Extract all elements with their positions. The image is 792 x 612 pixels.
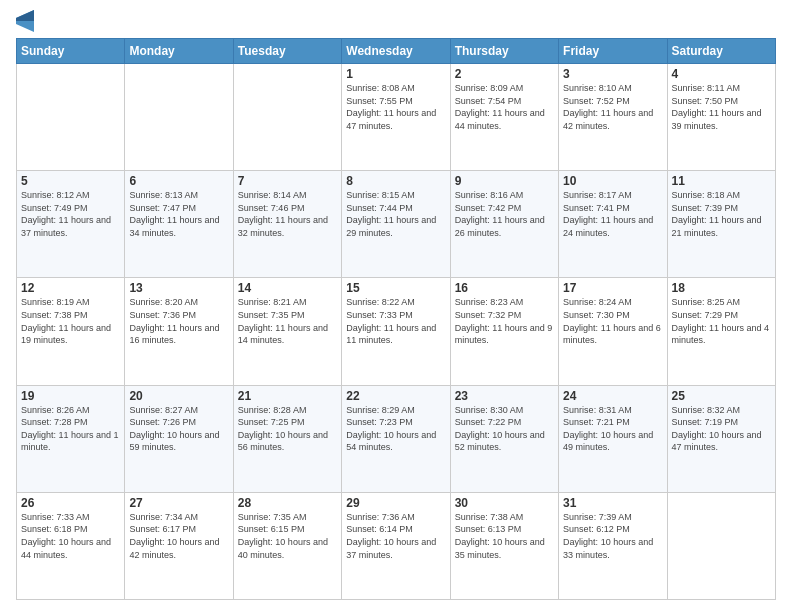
day-info: Sunrise: 7:35 AM Sunset: 6:15 PM Dayligh…: [238, 511, 337, 561]
svg-marker-1: [16, 10, 34, 21]
day-number: 30: [455, 496, 554, 510]
week-row-5: 26Sunrise: 7:33 AM Sunset: 6:18 PM Dayli…: [17, 492, 776, 599]
day-number: 17: [563, 281, 662, 295]
weekday-header-tuesday: Tuesday: [233, 39, 341, 64]
day-info: Sunrise: 8:18 AM Sunset: 7:39 PM Dayligh…: [672, 189, 771, 239]
weekday-header-saturday: Saturday: [667, 39, 775, 64]
calendar-cell: 4Sunrise: 8:11 AM Sunset: 7:50 PM Daylig…: [667, 64, 775, 171]
day-info: Sunrise: 7:33 AM Sunset: 6:18 PM Dayligh…: [21, 511, 120, 561]
day-number: 24: [563, 389, 662, 403]
week-row-4: 19Sunrise: 8:26 AM Sunset: 7:28 PM Dayli…: [17, 385, 776, 492]
day-info: Sunrise: 8:30 AM Sunset: 7:22 PM Dayligh…: [455, 404, 554, 454]
day-number: 5: [21, 174, 120, 188]
calendar-cell: [125, 64, 233, 171]
day-number: 11: [672, 174, 771, 188]
day-info: Sunrise: 8:32 AM Sunset: 7:19 PM Dayligh…: [672, 404, 771, 454]
calendar-cell: 26Sunrise: 7:33 AM Sunset: 6:18 PM Dayli…: [17, 492, 125, 599]
weekday-header-wednesday: Wednesday: [342, 39, 450, 64]
calendar-cell: 12Sunrise: 8:19 AM Sunset: 7:38 PM Dayli…: [17, 278, 125, 385]
day-number: 28: [238, 496, 337, 510]
calendar-cell: 23Sunrise: 8:30 AM Sunset: 7:22 PM Dayli…: [450, 385, 558, 492]
day-number: 1: [346, 67, 445, 81]
weekday-header-thursday: Thursday: [450, 39, 558, 64]
day-number: 2: [455, 67, 554, 81]
calendar-cell: 21Sunrise: 8:28 AM Sunset: 7:25 PM Dayli…: [233, 385, 341, 492]
day-number: 4: [672, 67, 771, 81]
weekday-header-friday: Friday: [559, 39, 667, 64]
day-number: 9: [455, 174, 554, 188]
day-number: 3: [563, 67, 662, 81]
header: [16, 12, 776, 32]
day-number: 18: [672, 281, 771, 295]
day-number: 31: [563, 496, 662, 510]
logo-icon: [16, 10, 34, 32]
day-number: 22: [346, 389, 445, 403]
day-number: 10: [563, 174, 662, 188]
day-info: Sunrise: 8:27 AM Sunset: 7:26 PM Dayligh…: [129, 404, 228, 454]
day-info: Sunrise: 8:23 AM Sunset: 7:32 PM Dayligh…: [455, 296, 554, 346]
logo: [16, 12, 38, 32]
calendar-cell: [17, 64, 125, 171]
day-info: Sunrise: 8:31 AM Sunset: 7:21 PM Dayligh…: [563, 404, 662, 454]
calendar-cell: 22Sunrise: 8:29 AM Sunset: 7:23 PM Dayli…: [342, 385, 450, 492]
page: SundayMondayTuesdayWednesdayThursdayFrid…: [0, 0, 792, 612]
day-number: 16: [455, 281, 554, 295]
calendar-cell: [233, 64, 341, 171]
calendar-cell: 2Sunrise: 8:09 AM Sunset: 7:54 PM Daylig…: [450, 64, 558, 171]
day-number: 27: [129, 496, 228, 510]
calendar-cell: [667, 492, 775, 599]
day-info: Sunrise: 8:17 AM Sunset: 7:41 PM Dayligh…: [563, 189, 662, 239]
day-number: 12: [21, 281, 120, 295]
calendar-cell: 20Sunrise: 8:27 AM Sunset: 7:26 PM Dayli…: [125, 385, 233, 492]
week-row-3: 12Sunrise: 8:19 AM Sunset: 7:38 PM Dayli…: [17, 278, 776, 385]
calendar-cell: 13Sunrise: 8:20 AM Sunset: 7:36 PM Dayli…: [125, 278, 233, 385]
weekday-header-sunday: Sunday: [17, 39, 125, 64]
day-number: 6: [129, 174, 228, 188]
calendar-cell: 25Sunrise: 8:32 AM Sunset: 7:19 PM Dayli…: [667, 385, 775, 492]
weekday-header-monday: Monday: [125, 39, 233, 64]
day-number: 29: [346, 496, 445, 510]
day-info: Sunrise: 8:21 AM Sunset: 7:35 PM Dayligh…: [238, 296, 337, 346]
calendar-cell: 9Sunrise: 8:16 AM Sunset: 7:42 PM Daylig…: [450, 171, 558, 278]
calendar-cell: 7Sunrise: 8:14 AM Sunset: 7:46 PM Daylig…: [233, 171, 341, 278]
day-info: Sunrise: 8:15 AM Sunset: 7:44 PM Dayligh…: [346, 189, 445, 239]
day-number: 13: [129, 281, 228, 295]
day-info: Sunrise: 7:36 AM Sunset: 6:14 PM Dayligh…: [346, 511, 445, 561]
day-info: Sunrise: 8:20 AM Sunset: 7:36 PM Dayligh…: [129, 296, 228, 346]
day-number: 25: [672, 389, 771, 403]
day-number: 14: [238, 281, 337, 295]
calendar-cell: 24Sunrise: 8:31 AM Sunset: 7:21 PM Dayli…: [559, 385, 667, 492]
calendar-cell: 28Sunrise: 7:35 AM Sunset: 6:15 PM Dayli…: [233, 492, 341, 599]
calendar-cell: 16Sunrise: 8:23 AM Sunset: 7:32 PM Dayli…: [450, 278, 558, 385]
day-number: 23: [455, 389, 554, 403]
calendar-cell: 10Sunrise: 8:17 AM Sunset: 7:41 PM Dayli…: [559, 171, 667, 278]
day-info: Sunrise: 8:26 AM Sunset: 7:28 PM Dayligh…: [21, 404, 120, 454]
calendar-cell: 15Sunrise: 8:22 AM Sunset: 7:33 PM Dayli…: [342, 278, 450, 385]
day-info: Sunrise: 8:29 AM Sunset: 7:23 PM Dayligh…: [346, 404, 445, 454]
day-number: 26: [21, 496, 120, 510]
day-info: Sunrise: 8:13 AM Sunset: 7:47 PM Dayligh…: [129, 189, 228, 239]
day-info: Sunrise: 8:11 AM Sunset: 7:50 PM Dayligh…: [672, 82, 771, 132]
day-info: Sunrise: 8:24 AM Sunset: 7:30 PM Dayligh…: [563, 296, 662, 346]
day-info: Sunrise: 8:10 AM Sunset: 7:52 PM Dayligh…: [563, 82, 662, 132]
day-number: 21: [238, 389, 337, 403]
day-info: Sunrise: 7:38 AM Sunset: 6:13 PM Dayligh…: [455, 511, 554, 561]
weekday-header-row: SundayMondayTuesdayWednesdayThursdayFrid…: [17, 39, 776, 64]
day-info: Sunrise: 8:25 AM Sunset: 7:29 PM Dayligh…: [672, 296, 771, 346]
calendar-cell: 18Sunrise: 8:25 AM Sunset: 7:29 PM Dayli…: [667, 278, 775, 385]
day-number: 8: [346, 174, 445, 188]
calendar-table: SundayMondayTuesdayWednesdayThursdayFrid…: [16, 38, 776, 600]
day-info: Sunrise: 7:34 AM Sunset: 6:17 PM Dayligh…: [129, 511, 228, 561]
week-row-1: 1Sunrise: 8:08 AM Sunset: 7:55 PM Daylig…: [17, 64, 776, 171]
calendar-cell: 31Sunrise: 7:39 AM Sunset: 6:12 PM Dayli…: [559, 492, 667, 599]
calendar-cell: 6Sunrise: 8:13 AM Sunset: 7:47 PM Daylig…: [125, 171, 233, 278]
day-number: 15: [346, 281, 445, 295]
day-info: Sunrise: 7:39 AM Sunset: 6:12 PM Dayligh…: [563, 511, 662, 561]
day-info: Sunrise: 8:09 AM Sunset: 7:54 PM Dayligh…: [455, 82, 554, 132]
day-info: Sunrise: 8:22 AM Sunset: 7:33 PM Dayligh…: [346, 296, 445, 346]
day-info: Sunrise: 8:19 AM Sunset: 7:38 PM Dayligh…: [21, 296, 120, 346]
calendar-cell: 11Sunrise: 8:18 AM Sunset: 7:39 PM Dayli…: [667, 171, 775, 278]
calendar-cell: 1Sunrise: 8:08 AM Sunset: 7:55 PM Daylig…: [342, 64, 450, 171]
calendar-cell: 29Sunrise: 7:36 AM Sunset: 6:14 PM Dayli…: [342, 492, 450, 599]
day-info: Sunrise: 8:16 AM Sunset: 7:42 PM Dayligh…: [455, 189, 554, 239]
